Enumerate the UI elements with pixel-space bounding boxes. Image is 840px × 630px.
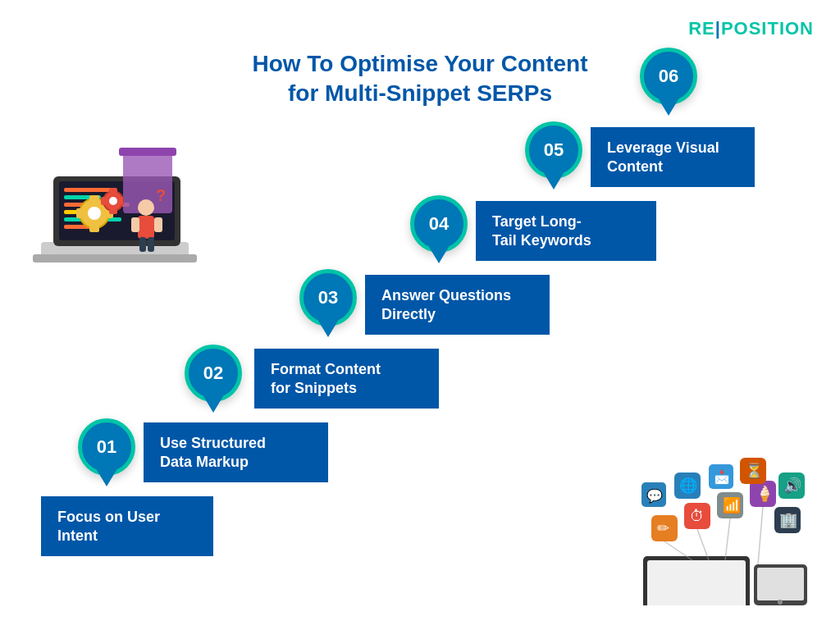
- svg-line-60: [758, 507, 763, 564]
- svg-point-36: [778, 600, 783, 605]
- social-media-illustration: ✏ ⏱ 📶 🍦 💬 🌐 📩 ⏳ 🏢 🔊: [635, 458, 815, 605]
- svg-text:⏱: ⏱: [690, 508, 705, 524]
- step-6-pin: 06: [640, 48, 697, 105]
- svg-text:🍦: 🍦: [756, 485, 774, 503]
- step-2-pin: 02: [185, 345, 242, 402]
- svg-line-59: [725, 518, 730, 560]
- svg-text:✏: ✏: [657, 520, 669, 536]
- svg-line-58: [697, 529, 709, 560]
- svg-text:🏢: 🏢: [779, 511, 798, 529]
- svg-text:📩: 📩: [714, 469, 730, 485]
- svg-text:📶: 📶: [723, 496, 742, 514]
- svg-rect-33: [647, 560, 746, 605]
- step-4-banner: Answer QuestionsDirectly: [365, 275, 550, 335]
- brand-logo: RE|POSITION: [688, 18, 814, 39]
- svg-text:⏳: ⏳: [745, 462, 764, 480]
- brand-part1: RE: [688, 18, 715, 39]
- svg-text:💬: 💬: [646, 488, 663, 504]
- page-title: How To Optimise Your Content for Multi-S…: [252, 49, 587, 109]
- step-6-banner: Leverage VisualContent: [591, 127, 755, 187]
- step-1-pin: 01: [78, 418, 135, 476]
- brand-pipe: |: [715, 18, 721, 39]
- step-4-pin: 04: [410, 195, 468, 253]
- brand-part2: POSITION: [721, 18, 814, 39]
- svg-text:🔊: 🔊: [783, 477, 802, 495]
- step-5-pin: 05: [525, 121, 582, 179]
- step-3-banner: Format Contentfor Snippets: [254, 349, 439, 409]
- svg-text:🌐: 🌐: [679, 477, 698, 495]
- step-5-banner: Target Long-Tail Keywords: [476, 201, 656, 261]
- svg-rect-35: [757, 568, 804, 600]
- step-3-pin: 03: [299, 269, 357, 326]
- step-1-banner: Focus on UserIntent: [41, 496, 213, 556]
- step-2-banner: Use StructuredData Markup: [144, 422, 328, 482]
